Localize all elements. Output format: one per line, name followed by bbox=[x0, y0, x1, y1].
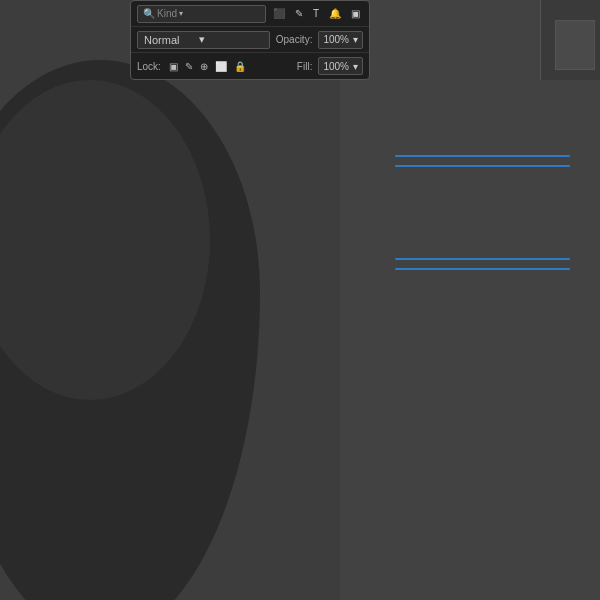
kind-row: 🔍 Kind ▾ ⬛ ✎ T 🔔 ▣ bbox=[131, 1, 369, 27]
blue-lines-bottom-group bbox=[395, 258, 570, 270]
blue-line-2 bbox=[395, 165, 570, 167]
layers-panel: 🔍 Kind ▾ ⬛ ✎ T 🔔 ▣ Normal ▾ Opacity: 100… bbox=[130, 0, 370, 80]
icon-adjust[interactable]: ✎ bbox=[292, 7, 306, 20]
blend-mode-label: Normal bbox=[144, 34, 179, 46]
icon-type[interactable]: T bbox=[310, 7, 322, 20]
canvas-right-area bbox=[340, 0, 600, 600]
blend-mode-select[interactable]: Normal ▾ bbox=[137, 31, 270, 49]
blue-lines-top-group bbox=[395, 155, 570, 167]
search-icon: 🔍 bbox=[143, 8, 155, 19]
kind-search-box[interactable]: 🔍 Kind ▾ bbox=[137, 5, 266, 23]
icon-smart[interactable]: ▣ bbox=[348, 7, 363, 20]
thumbnail-area bbox=[540, 0, 600, 80]
blend-mode-arrow: ▾ bbox=[199, 33, 205, 46]
lock-label: Lock: bbox=[137, 61, 161, 72]
lock-artboard-icon[interactable]: ⬜ bbox=[213, 60, 229, 73]
lock-pixels-icon[interactable]: ▣ bbox=[167, 60, 180, 73]
kind-label: Kind bbox=[157, 8, 177, 19]
opacity-arrow: ▾ bbox=[353, 34, 358, 45]
icon-shape[interactable]: 🔔 bbox=[326, 7, 344, 20]
opacity-value-text: 100% bbox=[323, 34, 349, 45]
icon-image[interactable]: ⬛ bbox=[270, 7, 288, 20]
layer-thumbnail bbox=[555, 20, 595, 70]
blue-line-4 bbox=[395, 268, 570, 270]
lock-fill-row: Lock: ▣ ✎ ⊕ ⬜ 🔒 Fill: 100% ▾ bbox=[131, 53, 369, 79]
lock-icons-group: ▣ ✎ ⊕ ⬜ 🔒 bbox=[167, 60, 248, 73]
opacity-input[interactable]: 100% ▾ bbox=[318, 31, 363, 49]
blend-opacity-row: Normal ▾ Opacity: 100% ▾ bbox=[131, 27, 369, 53]
fill-input[interactable]: 100% ▾ bbox=[318, 57, 363, 75]
blue-line-3 bbox=[395, 258, 570, 260]
fill-value-text: 100% bbox=[323, 61, 349, 72]
lock-move-icon[interactable]: ⊕ bbox=[198, 60, 210, 73]
lock-all-icon[interactable]: 🔒 bbox=[232, 60, 248, 73]
blue-line-1 bbox=[395, 155, 570, 157]
fill-arrow: ▾ bbox=[353, 61, 358, 72]
lock-draw-icon[interactable]: ✎ bbox=[183, 60, 195, 73]
opacity-label: Opacity: bbox=[276, 34, 313, 45]
kind-dropdown-arrow[interactable]: ▾ bbox=[179, 9, 183, 18]
fill-label: Fill: bbox=[297, 61, 313, 72]
